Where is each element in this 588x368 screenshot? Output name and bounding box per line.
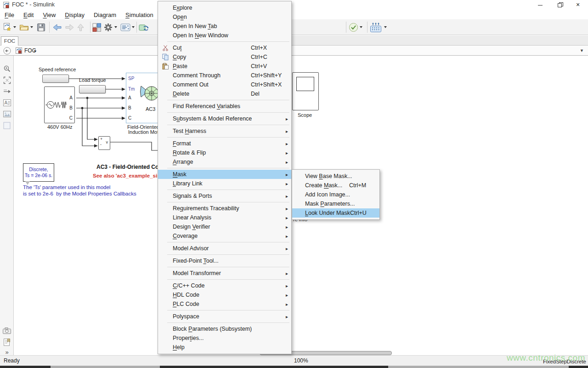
area-icon[interactable] (2, 121, 11, 130)
menu-item-design-verifier[interactable]: Design Verifier▸ (158, 222, 291, 231)
voltage-measurement-block[interactable]: + - v (98, 136, 110, 150)
menu-item-block-parameters-subsystem[interactable]: Block Parameters (Subsystem) (158, 324, 291, 334)
update-diagram-icon[interactable] (139, 21, 150, 33)
powergui-block[interactable]: Discrete, Ts = 2e-06 s. (23, 163, 54, 182)
tool-palette: A » (0, 56, 14, 355)
status-solver[interactable]: FixedStepDiscrete (543, 359, 586, 364)
menu-item-help[interactable]: Help (158, 343, 291, 352)
menu-simulation[interactable]: Simulation (121, 11, 158, 19)
shortcut-label: Del (251, 91, 288, 97)
annotation-title: AC3 - Field-Oriented Contr (96, 164, 158, 170)
title-bar: FOC * - Simulink × (0, 0, 588, 10)
paste-icon (158, 63, 173, 69)
menu-item-library-link[interactable]: Library Link▸ (158, 179, 291, 188)
ac3-name: AC3 (146, 106, 155, 112)
menu-item-explore[interactable]: Explore (158, 3, 291, 12)
shortcut-label: Ctrl+Shift+Y (251, 72, 288, 79)
shortcut-label: Ctrl+X (251, 45, 288, 51)
back-icon[interactable] (52, 21, 62, 33)
menu-item-look-under-mask[interactable]: Look Under MaskCtrl+U (292, 208, 379, 218)
restore-button[interactable] (550, 0, 569, 10)
menu-item-polyspace[interactable]: Polyspace▸ (158, 312, 291, 321)
menu-view[interactable]: View (38, 11, 60, 19)
menu-item-rotate-flip[interactable]: Rotate & Flip▸ (158, 148, 291, 157)
settings-gear-icon[interactable] (103, 21, 117, 33)
menu-item-open-in-new-window[interactable]: Open In New Window (158, 31, 291, 40)
menu-item-comment-through[interactable]: Comment ThroughCtrl+Shift+Y (158, 71, 291, 80)
ac3-port-c: C (128, 115, 131, 121)
breadcrumb-dropdown-icon[interactable]: ▼ (580, 48, 584, 53)
annotation-icon[interactable]: A (2, 98, 11, 107)
menu-item-fixed-point-tool[interactable]: Fixed-Point Tool... (158, 256, 291, 265)
close-button[interactable]: × (569, 0, 587, 10)
camera-icon[interactable] (2, 326, 11, 335)
open-icon[interactable] (19, 21, 33, 33)
save-icon[interactable] (37, 21, 45, 33)
zoom-icon[interactable] (2, 64, 11, 73)
menu-item-mask-parameters[interactable]: Mask Parameters... (292, 199, 379, 208)
tab-foc[interactable]: FOC (1, 36, 18, 46)
run-check-icon[interactable] (349, 21, 362, 33)
menu-file[interactable]: File (0, 11, 19, 19)
menu-item-plc-code[interactable]: PLC Code▸ (158, 299, 291, 309)
scope-block[interactable] (292, 72, 319, 110)
menu-item-cut[interactable]: CutCtrl+X (158, 43, 291, 52)
signal-arrow-icon[interactable] (2, 87, 11, 96)
menu-display[interactable]: Display (60, 11, 89, 19)
menu-item-signals-ports[interactable]: Signals & Ports▸ (158, 191, 291, 201)
context-menu: ExploreOpenOpen In New TabOpen In New Wi… (158, 1, 292, 354)
image-icon[interactable] (2, 109, 11, 119)
library-browser-icon[interactable] (92, 21, 101, 33)
menu-item-subsystem-model-reference[interactable]: Subsystem & Model Reference▸ (158, 114, 291, 123)
menu-item-open-in-new-tab[interactable]: Open In New Tab (158, 22, 291, 31)
submenu-arrow-icon: ▸ (286, 206, 288, 211)
menu-item-linear-analysis[interactable]: Linear Analysis▸ (158, 213, 291, 222)
breadcrumb: FOC ▸ ▼ (0, 46, 588, 56)
menu-item-test-harness[interactable]: Test Harness▸ (158, 126, 291, 136)
menu-item-paste[interactable]: PasteCtrl+V (158, 62, 291, 71)
viewmarks-icon[interactable] (2, 338, 11, 347)
breadcrumb-back-icon[interactable] (3, 47, 11, 57)
menu-item-comment-out[interactable]: Comment OutCtrl+Shift+X (158, 80, 291, 89)
menu-diagram[interactable]: Diagram (89, 11, 121, 19)
copy-icon (158, 54, 173, 60)
menu-item-add-icon-image[interactable]: Add Icon Image... (292, 190, 379, 199)
load-torque-block[interactable] (79, 85, 106, 93)
menu-item-coverage[interactable]: Coverage▸ (158, 231, 291, 241)
simulink-app-icon (2, 1, 10, 11)
model-config-icon[interactable] (120, 21, 135, 33)
tab-bar: FOC (0, 35, 588, 46)
vm-out: v (106, 140, 108, 144)
menu-item-delete[interactable]: DeleteDel (158, 89, 291, 98)
submenu-arrow-icon: ▸ (286, 271, 288, 276)
menu-item-create-mask[interactable]: Create Mask...Ctrl+M (292, 181, 379, 190)
ac3-motor-drive-block[interactable]: SP Tm A B C AC3 (126, 73, 161, 123)
menu-item-model-transformer[interactable]: Model Transformer▸ (158, 269, 291, 278)
minimize-button[interactable] (531, 0, 549, 10)
build-icon[interactable] (370, 21, 387, 33)
fit-view-icon[interactable] (2, 75, 11, 85)
mask-submenu: View Base Mask...Create Mask...Ctrl+MAdd… (292, 169, 380, 220)
shortcut-label: Ctrl+C (251, 54, 288, 60)
new-model-icon[interactable] (3, 21, 16, 33)
submenu-arrow-icon: ▸ (286, 293, 288, 298)
menu-item-arrange[interactable]: Arrange▸ (158, 157, 291, 167)
menu-edit[interactable]: Edit (19, 11, 38, 19)
ac3-port-a: A (128, 95, 131, 100)
three-phase-source-block[interactable]: A B C (44, 86, 75, 123)
menu-item-view-base-mask[interactable]: View Base Mask... (292, 172, 379, 181)
menu-item-find-referenced-variables[interactable]: Find Referenced Variables (158, 102, 291, 111)
annotation-see-also: See also 'ac3_example_simplif (93, 173, 158, 178)
menu-item-hdl-code[interactable]: HDL Code▸ (158, 290, 291, 299)
menu-item-requirements-traceability[interactable]: Requirements Traceability▸ (158, 204, 291, 213)
menu-item-copy[interactable]: CopyCtrl+C (158, 52, 291, 62)
menu-item-format[interactable]: Format▸ (158, 139, 291, 148)
powergui-line2: Ts = 2e-06 s. (23, 172, 54, 178)
menu-item-open[interactable]: Open (158, 12, 291, 22)
menu-item-properties[interactable]: Properties... (158, 334, 291, 343)
menu-item-model-advisor[interactable]: Model Advisor▸ (158, 244, 291, 253)
shortcut-label: Ctrl+V (251, 63, 288, 69)
menu-item-mask[interactable]: Mask▸ (158, 170, 291, 179)
menu-item-c-c-code[interactable]: C/C++ Code▸ (158, 281, 291, 290)
speed-reference-block[interactable] (42, 75, 69, 83)
